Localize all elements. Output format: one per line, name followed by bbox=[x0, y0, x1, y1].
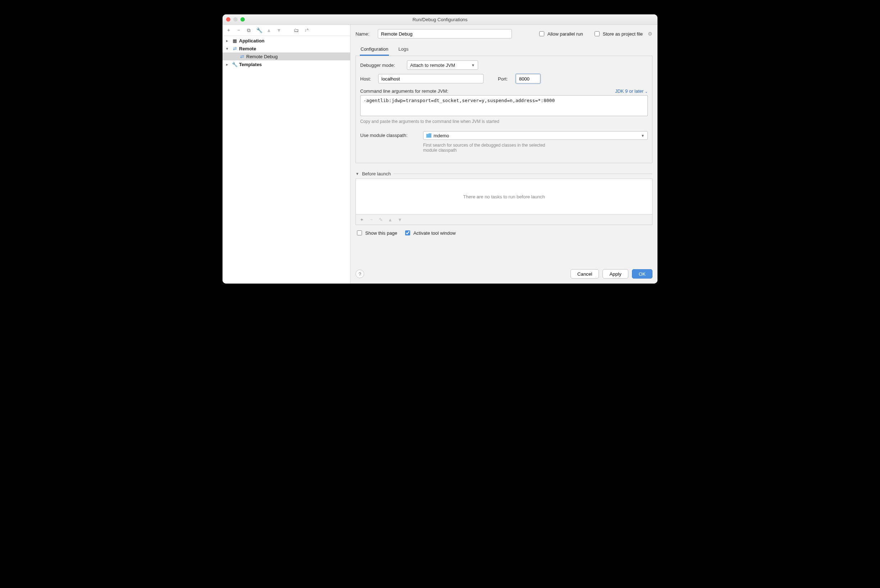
host-input[interactable] bbox=[378, 74, 484, 83]
help-button[interactable]: ? bbox=[356, 270, 364, 278]
cancel-button[interactable]: Cancel bbox=[571, 269, 599, 279]
before-launch-empty: There are no tasks to run before launch bbox=[463, 194, 545, 200]
gear-icon[interactable]: ⚙ bbox=[648, 31, 652, 37]
edit-template-icon[interactable]: 🔧 bbox=[256, 27, 261, 33]
cmd-args-hint: Copy and paste the arguments to the comm… bbox=[360, 119, 648, 124]
config-details: Name: Allow parallel run Store as projec… bbox=[350, 25, 658, 284]
chevron-down-icon: ▼ bbox=[471, 63, 475, 67]
move-task-down-icon[interactable]: ▼ bbox=[398, 217, 402, 222]
store-project-label: Store as project file bbox=[603, 31, 643, 37]
copy-config-icon[interactable]: ⧉ bbox=[246, 27, 251, 33]
sort-icon[interactable]: ↓ᴬ bbox=[304, 28, 309, 33]
dialog-window: Run/Debug Configurations ＋ － ⧉ 🔧 ▲ ▼ 🗂 ↓… bbox=[222, 14, 658, 284]
chevron-right-icon[interactable]: ▸ bbox=[226, 39, 230, 43]
sidebar-toolbar: ＋ － ⧉ 🔧 ▲ ▼ 🗂 ↓ᴬ bbox=[222, 25, 350, 36]
remove-task-icon[interactable]: － bbox=[369, 216, 374, 223]
add-config-icon[interactable]: ＋ bbox=[226, 27, 231, 33]
folder-actions-icon[interactable]: 🗂 bbox=[294, 27, 299, 33]
chevron-down-icon: ▼ bbox=[641, 134, 644, 138]
before-launch-title: Before launch bbox=[362, 171, 391, 177]
edit-task-icon[interactable]: ✎ bbox=[379, 217, 383, 222]
remote-type-icon: ⇄ bbox=[232, 46, 237, 51]
titlebar: Run/Debug Configurations bbox=[222, 14, 658, 25]
before-launch-section: ▼ Before launch There are no tasks to ru… bbox=[356, 171, 652, 225]
activate-tool-window-checkbox[interactable]: Activate tool window bbox=[404, 229, 456, 237]
module-classpath-hint: First search for sources of the debugged… bbox=[423, 142, 560, 153]
module-classpath-select[interactable]: mdemo ▼ bbox=[423, 131, 648, 140]
tab-logs[interactable]: Logs bbox=[398, 44, 409, 56]
module-classpath-value: mdemo bbox=[434, 133, 449, 138]
config-name-input[interactable] bbox=[378, 29, 512, 39]
add-task-icon[interactable]: ＋ bbox=[359, 216, 364, 223]
jdk-version-selector[interactable]: JDK 9 or later ⌄ bbox=[615, 88, 648, 94]
before-launch-toolbar: ＋ － ✎ ▲ ▼ bbox=[356, 214, 652, 225]
configuration-panel: Debugger mode: Attach to remote JVM ▼ Ho… bbox=[356, 56, 652, 163]
tree-node-templates[interactable]: ▸ 🔧 Templates bbox=[222, 60, 350, 68]
tree-node-application[interactable]: ▸ ▦ Application bbox=[222, 37, 350, 45]
tree-node-remote[interactable]: ▾ ⇄ Remote bbox=[222, 45, 350, 52]
chevron-down-icon[interactable]: ▼ bbox=[356, 172, 359, 176]
remove-config-icon[interactable]: － bbox=[236, 27, 241, 33]
wrench-icon: 🔧 bbox=[232, 62, 237, 67]
debugger-mode-label: Debugger mode: bbox=[360, 63, 403, 68]
module-folder-icon bbox=[426, 134, 431, 138]
host-label: Host: bbox=[360, 76, 375, 82]
cmd-args-box[interactable]: -agentlib:jdwp=transport=dt_socket,serve… bbox=[360, 95, 648, 116]
move-down-icon[interactable]: ▼ bbox=[276, 27, 281, 33]
window-title: Run/Debug Configurations bbox=[222, 17, 658, 22]
move-task-up-icon[interactable]: ▲ bbox=[388, 217, 392, 222]
application-type-icon: ▦ bbox=[232, 38, 237, 44]
module-classpath-label: Use module classpath: bbox=[360, 131, 419, 138]
show-this-page-checkbox[interactable]: Show this page bbox=[356, 229, 397, 237]
apply-button[interactable]: Apply bbox=[602, 269, 628, 279]
configurations-sidebar: ＋ － ⧉ 🔧 ▲ ▼ 🗂 ↓ᴬ ▸ ▦ Application ▾ ⇄ bbox=[222, 25, 350, 284]
store-project-checkbox[interactable]: Store as project file bbox=[593, 30, 643, 38]
before-launch-tasks: There are no tasks to run before launch bbox=[356, 178, 652, 214]
ok-button[interactable]: OK bbox=[632, 269, 652, 279]
chevron-right-icon[interactable]: ▸ bbox=[226, 62, 230, 67]
allow-parallel-label: Allow parallel run bbox=[548, 31, 583, 37]
tree-node-remote-debug[interactable]: ⇄ Remote Debug bbox=[222, 52, 350, 60]
config-tabs: Configuration Logs bbox=[356, 44, 652, 56]
config-tree: ▸ ▦ Application ▾ ⇄ Remote ⇄ Remote Debu… bbox=[222, 36, 350, 284]
show-this-page-label: Show this page bbox=[365, 230, 397, 236]
name-label: Name: bbox=[356, 31, 374, 37]
port-input[interactable] bbox=[516, 74, 540, 83]
port-label: Port: bbox=[498, 76, 512, 82]
allow-parallel-checkbox[interactable]: Allow parallel run bbox=[538, 30, 583, 38]
cmd-args-label: Command line arguments for remote JVM: bbox=[360, 88, 448, 94]
activate-tool-window-label: Activate tool window bbox=[413, 230, 456, 236]
debugger-mode-value: Attach to remote JVM bbox=[410, 63, 455, 68]
tab-configuration[interactable]: Configuration bbox=[360, 44, 389, 56]
chevron-down-icon[interactable]: ▾ bbox=[226, 46, 230, 51]
debugger-mode-select[interactable]: Attach to remote JVM ▼ bbox=[407, 60, 478, 70]
remote-config-icon: ⇄ bbox=[239, 54, 245, 59]
move-up-icon[interactable]: ▲ bbox=[266, 27, 272, 33]
chevron-down-icon: ⌄ bbox=[645, 90, 648, 93]
